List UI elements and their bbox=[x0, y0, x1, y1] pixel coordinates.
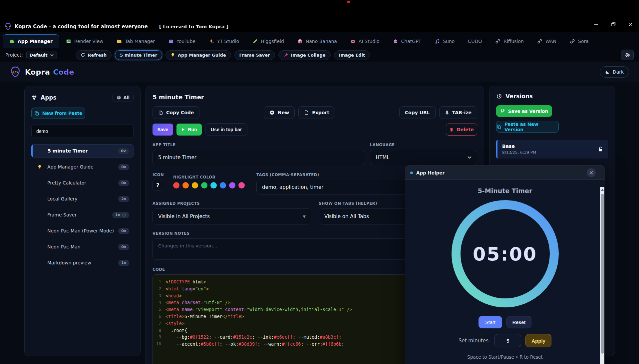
app-helper-window: App Helper 5-Minute Timer 05:00 Start Re… bbox=[405, 166, 605, 364]
color-swatch[interactable] bbox=[173, 182, 179, 188]
close-icon bbox=[589, 171, 593, 175]
project-select[interactable]: Default bbox=[26, 51, 57, 59]
tab-ai-studio[interactable]: AI Studio bbox=[344, 34, 386, 48]
tab-yt-studio[interactable]: YT Studio bbox=[202, 34, 246, 48]
reset-button[interactable]: Reset bbox=[506, 316, 531, 328]
tab-chatgpt[interactable]: ChatGPT bbox=[386, 34, 428, 48]
project-label: Project: bbox=[5, 52, 23, 58]
apps-search-input[interactable] bbox=[31, 125, 134, 138]
link-icon bbox=[570, 39, 575, 44]
version-name: Base bbox=[502, 144, 536, 149]
apps-panel-title: Apps bbox=[41, 94, 57, 101]
app-helper-titlebar[interactable]: App Helper bbox=[405, 166, 605, 180]
scrollbar[interactable] bbox=[600, 187, 604, 364]
close-button[interactable] bbox=[627, 21, 634, 28]
recording-dot bbox=[347, 1, 350, 3]
palette-icon bbox=[297, 39, 303, 44]
unlock-icon[interactable] bbox=[597, 146, 603, 152]
svg-text:</>: </> bbox=[12, 70, 18, 74]
new-button[interactable]: New bbox=[264, 106, 295, 119]
pin-icon bbox=[445, 110, 449, 115]
window-title: Kopra Code - a coding tool for almost ev… bbox=[15, 24, 148, 30]
copy-url-button[interactable]: Copy URL bbox=[399, 106, 436, 119]
app-item-label: 5 minute Timer bbox=[48, 148, 88, 154]
color-swatch[interactable] bbox=[220, 182, 226, 188]
color-swatch[interactable] bbox=[192, 182, 198, 188]
version-item[interactable]: Base 8/13/25, 6:39 PM bbox=[496, 140, 608, 159]
tab-higgsfield[interactable]: Higgsfield bbox=[246, 34, 291, 48]
apps-panel: Apps All New from Paste 5 minute Timer0v… bbox=[24, 86, 141, 356]
app-item-neon-pac-man-power-mode[interactable]: Neon Pac-Man (Power Mode)0v bbox=[31, 224, 134, 237]
app-item-frame-saver[interactable]: Frame Saver1v bbox=[31, 208, 134, 221]
assigned-projects-select[interactable]: Visible in All Projects ▼ bbox=[153, 208, 311, 224]
color-swatch[interactable] bbox=[229, 182, 235, 188]
tab-cudo[interactable]: CUDO bbox=[461, 34, 488, 48]
tabize-button[interactable]: TAB-ize bbox=[439, 106, 477, 119]
tab-render-view[interactable]: Render View bbox=[59, 34, 110, 48]
app-helper-close-button[interactable] bbox=[587, 168, 596, 177]
scrollbar-thumb[interactable] bbox=[601, 194, 604, 354]
color-swatch[interactable] bbox=[201, 182, 207, 188]
app-item-markdown-preview[interactable]: Markdown preview1v bbox=[31, 256, 134, 269]
app-item-app-manager-guide[interactable]: App Manager Guide0v bbox=[31, 160, 134, 174]
tab-nano-banana[interactable]: Nano Banana bbox=[291, 34, 344, 48]
settings-button[interactable] bbox=[621, 50, 634, 60]
tab-wan[interactable]: WAN bbox=[530, 34, 563, 48]
toolbar-button-frame-saver[interactable]: Frame Saver bbox=[234, 50, 275, 60]
paste-as-new-version-button[interactable]: Paste as New Version bbox=[496, 121, 559, 133]
copy-icon bbox=[158, 110, 163, 115]
minutes-input[interactable] bbox=[494, 334, 521, 347]
bulb-icon bbox=[170, 52, 175, 58]
branch-icon bbox=[500, 109, 505, 114]
minimize-button[interactable] bbox=[592, 21, 600, 28]
toolbar-button-app-manager-guide[interactable]: App Manager Guide bbox=[165, 50, 231, 60]
app-item-label: Local Gallery bbox=[47, 196, 78, 201]
start-button[interactable]: Start bbox=[479, 316, 502, 328]
toolbar-button-image-collage[interactable]: Image Collage bbox=[278, 50, 331, 60]
pin-icon bbox=[283, 53, 288, 58]
app-item-pretty-calculator[interactable]: Pretty Calculator0v bbox=[31, 176, 134, 189]
line-number: 6 bbox=[153, 313, 165, 320]
color-swatch[interactable] bbox=[238, 182, 245, 188]
color-swatch[interactable] bbox=[210, 182, 217, 188]
new-from-paste-button[interactable]: New from Paste bbox=[31, 108, 85, 119]
tab-youtube[interactable]: YouTube bbox=[161, 34, 202, 48]
page-header: </> Kopra Code Dark bbox=[0, 62, 639, 82]
toolbar-button-refresh[interactable]: Refresh bbox=[76, 50, 112, 60]
save-button[interactable]: Save bbox=[153, 124, 173, 136]
copy-code-button[interactable]: Copy Code bbox=[153, 106, 199, 119]
icon-picker[interactable]: ? bbox=[153, 180, 163, 190]
assigned-projects-label: ASSIGNED PROJECTS bbox=[153, 201, 311, 206]
tab-app-manager[interactable]: App Manager bbox=[3, 34, 59, 48]
export-button[interactable]: Export bbox=[298, 106, 335, 119]
tab-sora[interactable]: Sora bbox=[563, 34, 595, 48]
app-item-local-gallery[interactable]: Local Gallery2v bbox=[31, 192, 134, 205]
dark-mode-toggle[interactable]: Dark bbox=[600, 66, 629, 78]
power-icon bbox=[122, 213, 126, 217]
play-icon bbox=[181, 128, 185, 132]
delete-button[interactable]: Delete bbox=[446, 124, 477, 136]
language-label: LANGUAGE bbox=[370, 143, 477, 147]
apply-button[interactable]: Apply bbox=[525, 334, 551, 347]
app-item-neon-pac-man[interactable]: Neon Pac-Man0v bbox=[31, 240, 134, 253]
color-swatch[interactable] bbox=[182, 182, 189, 188]
toolbar-button-image-edit[interactable]: Image Edit bbox=[334, 50, 370, 60]
restore-button[interactable] bbox=[610, 21, 617, 28]
tab-riffusion[interactable]: Riffusion bbox=[488, 34, 530, 48]
line-number: 4 bbox=[153, 299, 165, 306]
trash-icon bbox=[449, 127, 454, 132]
apps-list: 5 minute Timer0vApp Manager Guide0vPrett… bbox=[31, 144, 134, 269]
all-filter-button[interactable]: All bbox=[113, 93, 134, 102]
tab-tab-manager[interactable]: Tab Manager bbox=[110, 34, 161, 48]
run-button[interactable]: Run bbox=[176, 124, 202, 136]
app-item-5-minute-timer[interactable]: 5 minute Timer0v bbox=[31, 144, 134, 158]
toolbar-button-5-minute-timer[interactable]: 5 minute Timer bbox=[115, 50, 162, 60]
tab-suno[interactable]: Suno bbox=[428, 34, 461, 48]
highlight-color-label: HIGHLIGHT COLOR bbox=[173, 175, 249, 180]
moon-icon bbox=[605, 70, 610, 75]
robot-icon bbox=[350, 39, 356, 44]
line-number: 7 bbox=[153, 320, 165, 327]
use-in-top-bar-button[interactable]: Use in top bar bbox=[205, 123, 247, 136]
pencil-icon bbox=[252, 39, 258, 44]
save-as-version-button[interactable]: Save as Version bbox=[496, 105, 552, 117]
